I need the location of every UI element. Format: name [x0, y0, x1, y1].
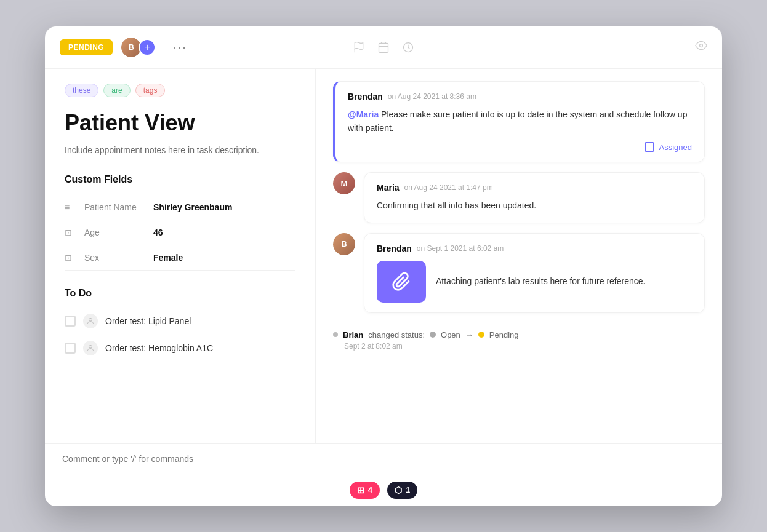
bottom-toolbar: ⊞ 4 ⬡ 1: [45, 474, 722, 506]
todo-title: To Do: [65, 288, 295, 299]
comment-3-header: Brendan on Sept 1 2021 at 6:02 am: [377, 244, 692, 253]
field-label-name: Patient Name: [84, 202, 146, 212]
tag-these[interactable]: these: [65, 84, 98, 97]
comment-3-inner: Brendan on Sept 1 2021 at 6:02 am Attach…: [364, 233, 705, 313]
box-icon-sex: ⊡: [65, 253, 77, 263]
status-change-row: Brian changed status: Open → Pending: [333, 330, 705, 339]
box-icon-age: ⊡: [65, 228, 77, 237]
comment-card-1: Brendan on Aug 24 2021 at 8:36 am @Maria…: [333, 81, 705, 163]
comment-1-footer: Assigned: [348, 142, 692, 152]
assigned-label: Assigned: [659, 143, 692, 152]
status-time: Sept 2 at 8:02 am: [333, 342, 705, 351]
assigned-checkbox[interactable]: [645, 142, 654, 152]
comment-card-3: B Brendan on Sept 1 2021 at 6:02 am: [333, 233, 705, 313]
brendan-avatar-img-2: B: [333, 233, 355, 255]
maria-avatar-img: M: [333, 172, 355, 194]
field-value-age: 46: [153, 228, 163, 237]
calendar-icon[interactable]: [377, 41, 390, 54]
status-to-dot: [478, 332, 484, 338]
right-panel: Brendan on Aug 24 2021 at 8:36 am @Maria…: [316, 69, 722, 443]
clock-icon[interactable]: [402, 41, 414, 54]
status-change: Brian changed status: Open → Pending Sep…: [333, 323, 705, 353]
toolbar: PENDING B + ···: [45, 26, 722, 69]
avatar-group: B +: [120, 36, 156, 58]
list-icon: ≡: [65, 202, 77, 212]
tag-are[interactable]: are: [103, 84, 130, 97]
comment-2-time: on Aug 24 2021 at 1:47 pm: [404, 183, 493, 192]
badge-dark-count: 1: [406, 485, 410, 494]
attachment-text: Attaching patient's lab results here for…: [436, 274, 645, 288]
comment-1-text: Please make sure patient info is up to d…: [348, 109, 687, 133]
comment-1-author: Brendan: [348, 92, 383, 101]
todo-text-2: Order test: Hemoglobin A1C: [105, 343, 213, 353]
main-content: these are tags Patient View Include appo…: [45, 69, 722, 443]
brendan-side-avatar: B: [333, 233, 355, 255]
field-sex[interactable]: ⊡ Sex Female: [65, 245, 295, 271]
eye-icon[interactable]: [695, 39, 707, 55]
svg-point-7: [89, 318, 92, 321]
tag-tags[interactable]: tags: [135, 84, 166, 97]
comment-1-body: @Maria Please make sure patient info is …: [348, 108, 692, 135]
comment-3-author: Brendan: [377, 244, 412, 253]
todo-checkbox-1[interactable]: [65, 316, 76, 327]
svg-point-6: [700, 44, 703, 47]
badge-pink-icon: ⊞: [357, 485, 364, 495]
field-value-name: Shirley Greenbaum: [153, 202, 232, 212]
attachment-thumbnail[interactable]: [377, 261, 426, 303]
todo-text-1: Order test: Lipid Panel: [105, 316, 191, 326]
status-badge[interactable]: PENDING: [60, 39, 113, 55]
todo-checkbox-2[interactable]: [65, 343, 76, 354]
todo-section: To Do Order test: Lipid Panel Order test…: [65, 288, 295, 362]
app-window: PENDING B + ···: [45, 26, 722, 506]
field-patient-name[interactable]: ≡ Patient Name Shirley Greenbaum: [65, 195, 295, 220]
field-label-age: Age: [84, 228, 146, 237]
status-to: Pending: [489, 330, 519, 339]
flag-icon[interactable]: [353, 41, 365, 54]
comment-3-card: Brendan on Sept 1 2021 at 6:02 am Attach…: [364, 233, 705, 313]
svg-point-8: [89, 345, 92, 348]
comment-card-2: M Maria on Aug 24 2021 at 1:47 pm Confir…: [333, 172, 705, 223]
left-panel: these are tags Patient View Include appo…: [45, 69, 316, 443]
attachment-row: Attaching patient's lab results here for…: [377, 261, 692, 303]
comment-2-card: Maria on Aug 24 2021 at 1:47 pm Confirmi…: [364, 172, 705, 223]
comment-1-mention[interactable]: @Maria: [348, 109, 379, 119]
comment-3-time: on Sept 1 2021 at 6:02 am: [417, 244, 504, 253]
comment-input[interactable]: [62, 454, 705, 464]
comment-2-inner: Maria on Aug 24 2021 at 1:47 pm Confirmi…: [364, 172, 705, 223]
field-age[interactable]: ⊡ Age 46: [65, 220, 295, 245]
todo-user-icon-1: [83, 314, 98, 328]
toolbar-left: PENDING B + ···: [60, 36, 331, 58]
field-label-sex: Sex: [84, 253, 146, 263]
add-user-button[interactable]: +: [139, 39, 156, 56]
todo-item-2: Order test: Hemoglobin A1C: [65, 335, 295, 362]
page-description: Include appointment notes here in task d…: [65, 143, 295, 157]
status-change-dot: [333, 332, 338, 337]
toolbar-right: [338, 39, 707, 55]
comment-2-body: Confirming that all info has been update…: [377, 199, 692, 212]
todo-item-1: Order test: Lipid Panel: [65, 308, 295, 335]
comment-2-author: Maria: [377, 183, 400, 193]
status-change-action: changed status:: [368, 330, 425, 339]
comment-input-area: [45, 443, 722, 474]
field-value-sex: Female: [153, 253, 183, 263]
status-arrow: →: [465, 330, 473, 339]
svg-rect-1: [379, 43, 388, 52]
status-from-dot: [430, 332, 436, 338]
status-from: Open: [441, 330, 460, 339]
badge-dark-icon: ⬡: [395, 485, 402, 495]
more-options-button[interactable]: ···: [173, 40, 187, 54]
custom-fields: Custom Fields ≡ Patient Name Shirley Gre…: [65, 174, 295, 271]
comment-2-header: Maria on Aug 24 2021 at 1:47 pm: [377, 183, 692, 193]
badge-pink-count: 4: [368, 485, 372, 494]
comment-thread: Brendan on Aug 24 2021 at 8:36 am @Maria…: [333, 81, 705, 353]
maria-avatar: M: [333, 172, 355, 194]
app-badge-dark[interactable]: ⬡ 1: [387, 482, 417, 499]
custom-fields-title: Custom Fields: [65, 174, 295, 185]
tags-row: these are tags: [65, 84, 295, 97]
todo-user-icon-2: [83, 341, 98, 355]
app-badge-pink[interactable]: ⊞ 4: [350, 482, 380, 499]
status-change-user: Brian: [343, 330, 363, 339]
comment-1-header: Brendan on Aug 24 2021 at 8:36 am: [348, 92, 692, 101]
comment-1-time: on Aug 24 2021 at 8:36 am: [388, 92, 476, 101]
page-title: Patient View: [65, 109, 295, 136]
